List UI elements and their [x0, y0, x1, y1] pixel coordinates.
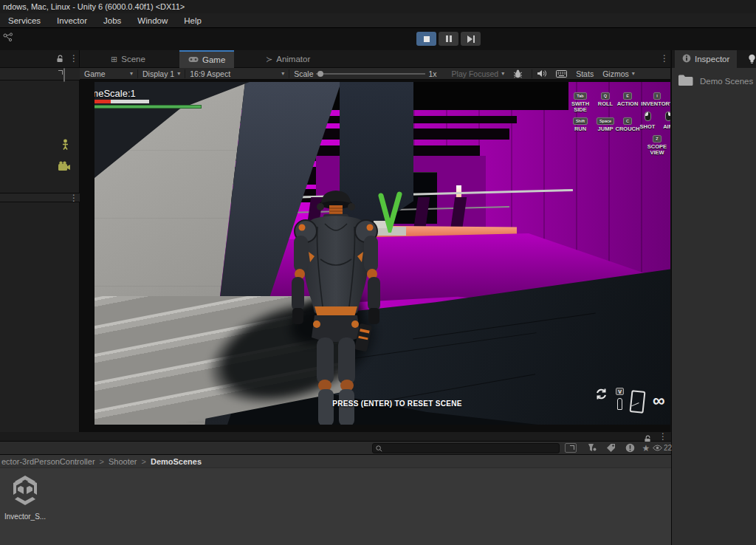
keycap-space: Space [597, 117, 614, 125]
file-label: Invector_S... [4, 513, 46, 521]
game-mode-label: Game [84, 69, 106, 78]
game-viewport[interactable]: TimeScale:1 Tab SWITH SIDE Q ROLL E ACTI… [80, 80, 670, 432]
menu-bar: Services Invector Jobs Window Help [0, 13, 756, 28]
unity-scene-icon [7, 498, 43, 510]
play-button[interactable] [416, 32, 436, 46]
menu-jobs[interactable]: Jobs [95, 13, 129, 28]
pause-icon [446, 35, 452, 42]
scale-slider[interactable] [316, 73, 425, 75]
hud-hint-aim: AIM [659, 112, 670, 130]
mute-audio-icon[interactable] [532, 68, 551, 80]
search-by-type-icon[interactable] [583, 442, 599, 453]
play-active-icon [424, 36, 430, 42]
hud-timescale-label: TimeScale:1 [94, 88, 136, 99]
hud-ammo-counter: V ∞ [591, 383, 670, 420]
breadcrumb-shooter[interactable]: Shooter [109, 457, 137, 466]
lock-icon[interactable] [56, 55, 63, 64]
version-control-icon[interactable] [3, 32, 13, 46]
hidden-count-value: 22 [664, 444, 672, 452]
stats-button[interactable]: Stats [571, 68, 598, 80]
warning-filter-icon[interactable] [622, 442, 638, 453]
hud-reset-text: PRESS (ENTER) TO RESET SCENE [316, 400, 478, 408]
hud-hint-inventory: I INVENTORY [638, 92, 670, 107]
reload-icon [595, 388, 608, 403]
camera-icon[interactable] [58, 161, 71, 174]
tab-game-label: Game [202, 55, 225, 64]
game-scene-render: TimeScale:1 Tab SWITH SIDE Q ROLL E ACTI… [94, 82, 670, 425]
keycap-tab: Tab [574, 92, 586, 100]
folder-icon [678, 74, 693, 88]
left-panel-menu-icon[interactable]: ⋮ [69, 54, 78, 63]
hud-hint-shot: SHOT [638, 112, 657, 130]
breadcrumb-separator: > [100, 457, 104, 466]
breadcrumb-separator: > [142, 457, 146, 466]
bullet-icon [617, 398, 622, 410]
tab-animator-label: Animator [276, 55, 310, 64]
person-icon[interactable] [61, 139, 70, 153]
hidden-count[interactable]: 22 [651, 442, 673, 453]
pause-button[interactable] [439, 32, 458, 46]
tab-inspector-label: Inspector [695, 55, 729, 64]
aspect-label: 16:9 Aspect [190, 69, 230, 78]
play-focused-dropdown[interactable]: Play Focused ▾ [447, 68, 509, 80]
inspector-panel: Inspector Demo Scenes [671, 50, 756, 545]
keyboard-shortcuts-icon[interactable] [551, 68, 571, 80]
dropdown-arrow-icon: ▾ [281, 70, 284, 77]
main-toolbar [0, 28, 756, 50]
frame-debugger-icon[interactable] [509, 68, 527, 80]
gamepad-icon [188, 55, 199, 64]
menu-services[interactable]: Services [0, 13, 49, 28]
aspect-dropdown[interactable]: 16:9 Aspect ▾ [185, 68, 289, 80]
display-label: Display 1 [142, 69, 174, 78]
project-search-toolbar: ★ 22 [0, 442, 671, 455]
tab-game[interactable]: Game [179, 50, 234, 68]
reload-keycap: V [616, 388, 624, 395]
left-panel-toolrow [0, 68, 80, 80]
left-panel-divider: ⋮ [0, 193, 80, 202]
scale-slider-thumb[interactable] [317, 71, 323, 77]
breadcrumb-root[interactable]: ector-3rdPersonController [1, 457, 95, 466]
menu-window[interactable]: Window [129, 13, 176, 28]
animator-icon: ≻ [266, 55, 272, 64]
player-character [288, 188, 384, 425]
breadcrumb-current[interactable]: DemoScenes [151, 457, 202, 466]
inspector-tab-bar: Inspector [672, 50, 756, 68]
search-by-label-icon[interactable] [602, 442, 619, 453]
menu-help[interactable]: Help [176, 13, 210, 28]
keycap-z: Z [653, 135, 661, 143]
display-dropdown[interactable]: Display 1 ▾ [138, 68, 185, 80]
left-panel: ⋮ ⋮ [0, 50, 80, 432]
scale-control: Scale 1x [289, 68, 441, 80]
menu-invector[interactable]: Invector [49, 13, 95, 28]
ammo-count: ∞ [653, 391, 664, 411]
project-panel-menu-icon[interactable]: ⋮ [659, 432, 667, 441]
project-file-item[interactable]: Invector_S... [4, 473, 46, 521]
mouse-right-icon [665, 112, 671, 121]
view-tab-bar: ⊞ Scene Game ≻ Animator ⋮ [80, 50, 670, 68]
search-icon [376, 442, 382, 455]
tab-animator[interactable]: ≻ Animator [257, 50, 319, 68]
left-lower-menu-icon[interactable]: ⋮ [69, 193, 78, 202]
step-button[interactable] [461, 32, 481, 46]
tab-scene[interactable]: ⊞ Scene [102, 50, 154, 68]
left-panel-header: ⋮ [0, 50, 79, 68]
picker-icon[interactable] [63, 69, 65, 82]
tab-scene-label: Scene [121, 55, 145, 64]
gizmos-label: Gizmos [602, 69, 629, 78]
picker-icon[interactable] [563, 442, 579, 453]
keycap-shift: Shift [573, 117, 588, 125]
game-mode-dropdown[interactable]: Game ▾ [80, 68, 137, 80]
info-icon [682, 54, 691, 64]
hud-hint-scope-view: Z SCOPE VIEW [644, 135, 670, 156]
gizmos-dropdown[interactable]: Gizmos ▾ [598, 68, 639, 80]
scene-grid-icon: ⊞ [111, 55, 117, 64]
step-icon [467, 35, 475, 43]
inspector-item-label: Demo Scenes [700, 77, 753, 86]
keycap-c: C [623, 117, 632, 125]
tab-inspector[interactable]: Inspector [675, 50, 737, 68]
project-search-input[interactable] [372, 443, 560, 453]
hud-timescale-bar [94, 100, 149, 103]
center-panel-menu-icon[interactable]: ⋮ [660, 54, 669, 63]
scale-label: Scale [294, 69, 313, 78]
lightbulb-icon[interactable] [748, 54, 756, 67]
